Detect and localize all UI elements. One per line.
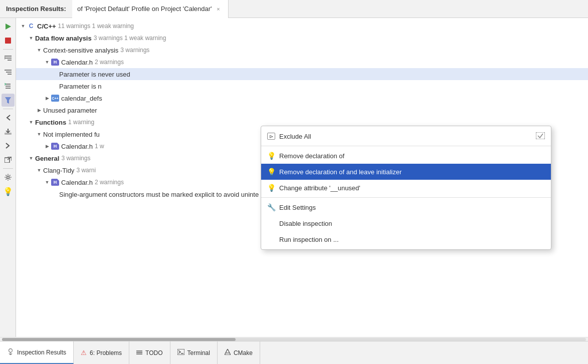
tree-row[interactable]: Parameter is never used: [16, 68, 588, 80]
export-button[interactable]: [2, 125, 15, 138]
arrow-icon: ▼: [43, 58, 51, 66]
toolbar-sep-1: [3, 49, 13, 50]
status-tab-terminal[interactable]: Terminal: [170, 341, 218, 364]
status-tab-label: 6: Problems: [90, 349, 122, 356]
tree-row[interactable]: ▼ Data flow analysis 3 warnings 1 weak w…: [16, 32, 588, 44]
prev-button[interactable]: [2, 111, 15, 124]
status-tab-problems[interactable]: ⚠ 6: Problems: [74, 341, 129, 364]
tree-leaf-label: Parameter is never used: [59, 71, 130, 78]
tree-node-label: calendar_defs: [61, 95, 102, 102]
stop-button[interactable]: [2, 34, 15, 47]
arrow-icon: ▼: [27, 154, 35, 162]
scrollbar-thumb[interactable]: [2, 338, 236, 341]
status-bar: Inspection Results ⚠ 6: Problems TODO Te…: [0, 341, 588, 364]
menu-item-label: Remove declaration of: [279, 152, 545, 160]
tab-close-button[interactable]: ×: [215, 6, 222, 13]
todo-icon: [136, 349, 142, 356]
lang-icon: C: [27, 22, 35, 30]
arrow-icon: ▼: [27, 118, 35, 126]
tree-node-count: 2 warnings: [95, 59, 124, 66]
tree-leaf-label: Single-argument constructors must be mar…: [59, 191, 259, 198]
tree-row[interactable]: ▼ C C/C++ 11 warnings 1 weak warning: [16, 20, 588, 32]
terminal-icon: [177, 349, 184, 356]
panel-title: Inspection Results:: [0, 5, 72, 13]
arrow-icon: ▼: [27, 34, 35, 42]
jump-to-source-button[interactable]: [2, 153, 15, 166]
status-tab-todo[interactable]: TODO: [129, 341, 170, 364]
tree-row[interactable]: ▼ Context-sensitive analysis 3 warnings: [16, 44, 588, 56]
status-tab-cmake[interactable]: CMake: [218, 341, 260, 364]
status-tab-label: CMake: [234, 349, 253, 356]
tree-node-count: 2 warnings: [95, 179, 124, 186]
svg-point-17: [9, 349, 13, 352]
svg-marker-0: [6, 24, 11, 30]
tree-node-label: Calendar.h: [61, 59, 93, 66]
tree-row[interactable]: Parameter is n: [16, 80, 588, 92]
inspection-results-icon: [7, 348, 14, 356]
bulb-orange-icon: 💡: [267, 168, 275, 176]
quick-fix-button[interactable]: 💡: [2, 185, 15, 198]
menu-item-exclude-all[interactable]: ⊳ Exclude All: [261, 128, 551, 144]
tree-node-count: 1 warning: [68, 119, 94, 126]
menu-item-label: Change attribute '__unused': [279, 184, 545, 192]
tree-node-count: 3 warni: [76, 167, 96, 174]
settings-button[interactable]: [2, 171, 15, 184]
scrollbar-track[interactable]: [2, 338, 586, 341]
bulb-yellow-icon: 💡: [267, 152, 275, 160]
tree-row[interactable]: ▶ C++ calendar_defs: [16, 92, 588, 104]
cpp-badge: C++: [51, 95, 59, 102]
status-tab-inspection-results[interactable]: Inspection Results: [0, 341, 74, 364]
tree-node-label: C/C++: [37, 23, 56, 30]
tree-node-label: Context-sensitive analysis: [43, 47, 118, 54]
tree-row[interactable]: ▶ Unused parameter: [16, 104, 588, 116]
arrow-icon: ▶: [35, 106, 43, 114]
tree-node-count: 1 w: [95, 143, 104, 150]
menu-item-run-inspection[interactable]: Run inspection on ...: [261, 231, 551, 247]
exclude-badge: ⊳: [267, 133, 275, 140]
tree-node-label: Clang-Tidy: [43, 167, 74, 174]
cpp-file-icon: C++: [51, 94, 59, 102]
h-badge: H: [51, 59, 59, 66]
status-tab-label: Inspection Results: [17, 349, 66, 356]
filter-button[interactable]: [2, 94, 15, 107]
h-badge: H: [51, 143, 59, 150]
group-by-button[interactable]: [2, 80, 15, 93]
expand-all-button[interactable]: [2, 52, 15, 65]
tree-content[interactable]: ▼ C C/C++ 11 warnings 1 weak warning ▼ D…: [16, 18, 588, 337]
menu-separator: [261, 146, 551, 146]
collapse-all-button[interactable]: [2, 66, 15, 79]
arrow-icon: ▼: [35, 166, 43, 174]
wrench-icon: 🔧: [267, 203, 275, 211]
tree-node-count: 3 warnings: [61, 155, 90, 162]
tree-node-label: Data flow analysis: [35, 35, 92, 42]
main-area: 💡 ▼ C C/C++ 11 warnings 1 weak warning ▼…: [0, 18, 588, 337]
menu-item-change-attr[interactable]: 💡 Change attribute '__unused': [261, 180, 551, 196]
status-tab-label: Terminal: [187, 349, 210, 356]
toolbar-sep-3: [3, 168, 13, 169]
menu-item-disable-inspection[interactable]: Disable inspection: [261, 215, 551, 231]
empty-icon: [267, 219, 275, 227]
active-tab[interactable]: of 'Project Default' Profile on Project …: [72, 0, 229, 18]
arrow-icon: ▼: [43, 178, 51, 186]
scrollbar-area[interactable]: [0, 337, 588, 341]
tab-label: of 'Project Default' Profile on Project …: [77, 5, 212, 13]
tab-bar: Inspection Results: of 'Project Default'…: [0, 0, 588, 18]
menu-item-label: Exclude All: [279, 133, 532, 140]
menu-item-label: Run inspection on ...: [279, 236, 545, 243]
menu-item-remove-decl-init[interactable]: 💡 Remove declaration of and leave initia…: [261, 164, 551, 180]
svg-point-15: [7, 176, 9, 179]
menu-item-shortcut: [536, 132, 545, 141]
tree-row[interactable]: ▼ H Calendar.h 2 warnings: [16, 56, 588, 68]
arrow-icon: ▶: [43, 94, 51, 102]
menu-item-edit-settings[interactable]: 🔧 Edit Settings: [261, 199, 551, 215]
cmake-icon: [225, 349, 231, 356]
menu-item-label: Remove declaration of and leave initiali…: [279, 168, 545, 176]
left-toolbar: 💡: [0, 18, 16, 337]
status-tab-label: TODO: [145, 349, 162, 356]
menu-item-label: Edit Settings: [279, 204, 545, 211]
next-button[interactable]: [2, 139, 15, 152]
svg-rect-16: [536, 132, 545, 139]
menu-item-remove-decl[interactable]: 💡 Remove declaration of: [261, 148, 551, 164]
tree-node-count: 11 warnings 1 weak warning: [58, 23, 134, 30]
run-button[interactable]: [2, 20, 15, 33]
